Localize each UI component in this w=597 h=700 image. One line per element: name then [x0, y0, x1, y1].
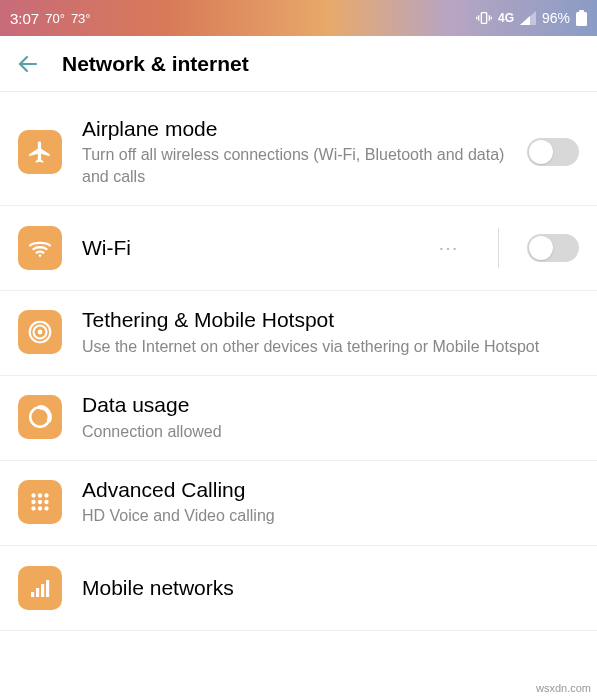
status-bar: 3:07 70° 73° 4G 96% — [0, 0, 597, 36]
svg-rect-6 — [579, 10, 584, 13]
item-title: Mobile networks — [82, 575, 579, 601]
svg-rect-25 — [46, 580, 49, 597]
status-right: 4G 96% — [476, 10, 587, 26]
status-temp-2: 73° — [71, 11, 91, 26]
svg-rect-5 — [576, 12, 587, 26]
svg-point-13 — [31, 493, 35, 497]
svg-rect-24 — [41, 584, 44, 597]
app-header: Network & internet — [0, 36, 597, 92]
item-text: Advanced Calling HD Voice and Video call… — [82, 477, 579, 527]
watermark: wsxdn.com — [536, 682, 591, 694]
item-title: Advanced Calling — [82, 477, 579, 503]
svg-point-9 — [38, 330, 43, 335]
divider — [498, 228, 499, 268]
item-tethering[interactable]: Tethering & Mobile Hotspot Use the Inter… — [0, 291, 597, 376]
item-text: Mobile networks — [82, 575, 579, 601]
settings-list: Airplane mode Turn off all wireless conn… — [0, 92, 597, 631]
back-button[interactable] — [16, 52, 40, 76]
wifi-icon — [18, 226, 62, 270]
item-subtitle: Use the Internet on other devices via te… — [82, 336, 579, 358]
status-time: 3:07 — [10, 10, 39, 27]
item-wifi[interactable]: Wi-Fi ⋯ — [0, 206, 597, 291]
battery-percent: 96% — [542, 10, 570, 26]
item-advanced-calling[interactable]: Advanced Calling HD Voice and Video call… — [0, 461, 597, 546]
svg-point-8 — [39, 255, 42, 258]
svg-rect-22 — [31, 592, 34, 597]
item-title: Airplane mode — [82, 116, 507, 142]
item-text: Tethering & Mobile Hotspot Use the Inter… — [82, 307, 579, 357]
item-subtitle: Connection allowed — [82, 421, 579, 443]
item-data-usage[interactable]: Data usage Connection allowed — [0, 376, 597, 461]
airplane-toggle[interactable] — [527, 138, 579, 166]
mobile-networks-icon — [18, 566, 62, 610]
advanced-calling-icon — [18, 480, 62, 524]
item-text: Wi-Fi — [82, 235, 408, 261]
status-temp-1: 70° — [45, 11, 65, 26]
svg-point-19 — [31, 506, 35, 510]
item-text: Airplane mode Turn off all wireless conn… — [82, 116, 507, 187]
signal-icon — [520, 11, 536, 25]
svg-point-18 — [44, 500, 48, 504]
network-label: 4G — [498, 11, 514, 25]
item-title: Wi-Fi — [82, 235, 408, 261]
item-mobile-networks[interactable]: Mobile networks — [0, 546, 597, 631]
item-title: Data usage — [82, 392, 579, 418]
network-4g-icon: 4G — [498, 11, 514, 25]
svg-point-15 — [44, 493, 48, 497]
item-subtitle: HD Voice and Video calling — [82, 505, 579, 527]
wifi-more-icon[interactable]: ⋯ — [428, 236, 470, 260]
svg-point-20 — [38, 506, 42, 510]
svg-point-17 — [38, 500, 42, 504]
item-text: Data usage Connection allowed — [82, 392, 579, 442]
svg-rect-23 — [36, 588, 39, 597]
item-airplane-mode[interactable]: Airplane mode Turn off all wireless conn… — [0, 100, 597, 206]
item-subtitle: Turn off all wireless connections (Wi-Fi… — [82, 144, 507, 187]
hotspot-icon — [18, 310, 62, 354]
svg-point-14 — [38, 493, 42, 497]
svg-point-16 — [31, 500, 35, 504]
battery-icon — [576, 10, 587, 26]
wifi-toggle[interactable] — [527, 234, 579, 262]
back-arrow-icon — [16, 52, 40, 76]
data-usage-icon — [18, 395, 62, 439]
airplane-icon — [18, 130, 62, 174]
status-left: 3:07 70° 73° — [10, 10, 91, 27]
svg-point-21 — [44, 506, 48, 510]
page-title: Network & internet — [62, 52, 249, 76]
svg-rect-0 — [481, 13, 486, 24]
item-title: Tethering & Mobile Hotspot — [82, 307, 579, 333]
vibrate-icon — [476, 10, 492, 26]
